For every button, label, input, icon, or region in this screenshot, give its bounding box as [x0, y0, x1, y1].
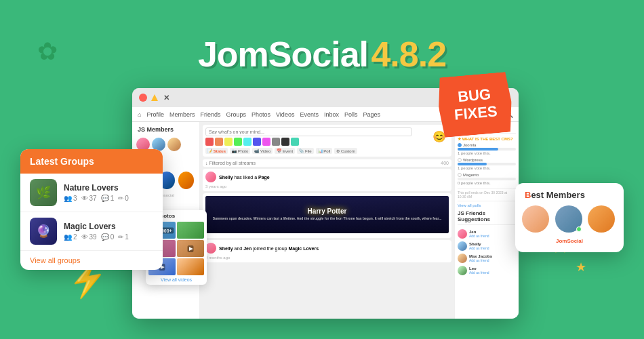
- photo-btn[interactable]: 📷 Photo: [230, 148, 250, 154]
- nav-friends[interactable]: Friends: [200, 111, 220, 118]
- swatch-purple[interactable]: [262, 138, 270, 146]
- nature-lovers-stats: 👥 3 👁 37 💬 1 ✏ 0: [64, 195, 153, 202]
- nav-pages[interactable]: Pages: [363, 111, 380, 118]
- poll-end-notice: This poll ends on Dec 30 2023 at 10:30 A…: [458, 188, 516, 201]
- nav-profile[interactable]: Profile: [146, 111, 164, 118]
- swatch-teal[interactable]: [291, 138, 299, 146]
- poll-question: WHAT IS THE BEST CMS?: [462, 137, 513, 141]
- poll-bar-fill: [458, 148, 498, 151]
- view-all-groups-link[interactable]: View all groups: [20, 251, 163, 270]
- people-icon: 👥: [64, 195, 72, 202]
- maximize-window-btn[interactable]: ✕: [163, 94, 169, 102]
- nav-events[interactable]: Events: [300, 111, 319, 118]
- snowflake-decoration: ✿: [37, 37, 58, 66]
- stat-members: 👥 3: [64, 195, 77, 202]
- suggestion-jen: Jen Add as friend: [458, 229, 516, 239]
- video-btn[interactable]: 📹 Video: [252, 148, 273, 154]
- nav-inbox[interactable]: Inbox: [324, 111, 339, 118]
- swatch-dark[interactable]: [281, 138, 289, 146]
- best-members-grid: [522, 205, 617, 233]
- minimize-window-btn[interactable]: [151, 94, 158, 101]
- view-all-polls-link[interactable]: View all polls: [458, 203, 516, 207]
- group-item-nature[interactable]: 🌿 Nature Lovers 👥 3 👁 37 💬 1 ✏: [20, 174, 163, 212]
- friends-suggestions-list: Jen Add as friend Shelly Add as friend: [458, 229, 516, 275]
- poll-bar-wrap-3: [458, 178, 516, 180]
- suggestion-info: Jen Add as friend: [469, 230, 489, 238]
- poll-radio[interactable]: [458, 143, 462, 147]
- event-btn[interactable]: 📅 Event: [275, 148, 295, 154]
- suggestion-avatar-4: [458, 266, 467, 275]
- suggestion-shelly: Shelly Add as friend: [458, 241, 516, 251]
- suggestion-info-4: Leo Add as friend: [469, 266, 489, 275]
- feed-group-action: Shelly and Jen joined the group Magic Lo…: [219, 246, 319, 251]
- photo-thumb-6: [177, 258, 204, 275]
- group-item-magic[interactable]: 🔮 Magic Lovers 👥 2 👁 39 💬 0 ✏: [20, 212, 163, 251]
- member-thumb-3: [588, 205, 617, 233]
- post-compose-box: 😊: [203, 125, 451, 157]
- view-all-videos-link[interactable]: View all videos: [148, 277, 204, 282]
- nav-photos[interactable]: Photos: [251, 111, 270, 118]
- swatch-cyan[interactable]: [243, 138, 251, 146]
- file-btn[interactable]: 📎 File: [297, 148, 313, 154]
- suggestion-avatar-3: [458, 254, 467, 263]
- feed-item-liked: Shelly has liked a Page 3 years ago: [203, 169, 451, 191]
- nav-groups[interactable]: Groups: [226, 111, 246, 118]
- swatch-blue[interactable]: [253, 138, 261, 146]
- nav-videos[interactable]: Videos: [276, 111, 294, 118]
- swatch-green[interactable]: [234, 138, 242, 146]
- post-image: Harry Potter Summers span decades. Winte…: [205, 196, 449, 233]
- member-thumb-2: [555, 205, 584, 233]
- poll-option-joomla: Joomla 1 people vote this.: [458, 143, 516, 155]
- close-window-btn[interactable]: [139, 94, 147, 102]
- member-avatar: [167, 138, 181, 151]
- custom-btn[interactable]: ⚙ Custom: [334, 148, 357, 154]
- eye-icon-2: 👁: [81, 233, 88, 241]
- eye-icon: 👁: [81, 195, 88, 202]
- swatch-red[interactable]: [205, 138, 214, 146]
- swatch-yellow[interactable]: [224, 138, 233, 146]
- post-input[interactable]: [205, 127, 412, 136]
- group-join-timestamp: 9 months ago: [205, 256, 449, 260]
- suggestion-avatar-2: [458, 241, 467, 251]
- nav-home[interactable]: ⌂: [138, 111, 141, 118]
- right-sidebar: JS Polls ★ WHAT IS THE BEST CMS? Joomla …: [454, 122, 519, 319]
- nav-members[interactable]: Members: [169, 111, 195, 118]
- activity-feed: 😊: [200, 122, 454, 319]
- magic-lovers-avatar: 🔮: [30, 218, 57, 245]
- post-timestamp: 3 years ago: [205, 184, 449, 188]
- feed-filter: ↓ Filtered by all streams 400: [203, 159, 451, 167]
- comment-icon-2: 💬: [101, 233, 109, 241]
- member-avatar-female1: [522, 205, 549, 233]
- magic-lovers-stats: 👥 2 👁 39 💬 0 ✏ 1: [64, 233, 153, 241]
- poll-radio-3[interactable]: [458, 173, 462, 177]
- feed-item-user: Shelly has liked a Page: [205, 172, 449, 182]
- swatch-orange[interactable]: [215, 138, 223, 146]
- status-btn[interactable]: 📝 Status: [205, 148, 228, 154]
- stat-members-2: 👥 2: [64, 233, 77, 241]
- poll-btn[interactable]: 📊 Poll: [316, 148, 333, 154]
- people-icon-2: 👥: [64, 233, 72, 241]
- groups-card-header: Latest Groups: [20, 149, 163, 174]
- jomsocial-logo: JomSocial: [522, 237, 617, 245]
- stat-comments-2: 💬 0: [101, 233, 115, 241]
- swatch-gray[interactable]: [272, 138, 280, 146]
- feed-item-group-join: Shelly and Jen joined the group Magic Lo…: [203, 240, 451, 262]
- suggestion-info-3: Max Jacobs Add as friend: [469, 254, 492, 262]
- friends-suggestions-title: JS Friends Suggestions: [458, 210, 516, 225]
- feed-item-harry-potter: Harry Potter Summers span decades. Winte…: [203, 193, 451, 238]
- member-avatar-male1: [555, 205, 582, 233]
- members-title: JS Members: [132, 122, 199, 136]
- suggestion-info-2: Shelly Add as friend: [469, 242, 489, 250]
- best-members-title: Best Members: [522, 190, 617, 200]
- bug-fixes-badge: BUG FIXES: [437, 71, 515, 138]
- poll-votes-3: 0 people vote this.: [458, 181, 516, 185]
- post-count: 400: [441, 161, 449, 165]
- magic-lovers-name: Magic Lovers: [64, 222, 153, 231]
- nav-polls[interactable]: Polls: [344, 111, 358, 118]
- photo-thumb-2: [177, 222, 204, 239]
- comment-icon: 💬: [101, 195, 109, 202]
- member-avatar-orange1: [588, 205, 615, 233]
- suggestion-leo: Leo Add as friend: [458, 266, 516, 275]
- poll-bar-wrap-2: [458, 163, 516, 165]
- poll-radio-2[interactable]: [458, 158, 462, 162]
